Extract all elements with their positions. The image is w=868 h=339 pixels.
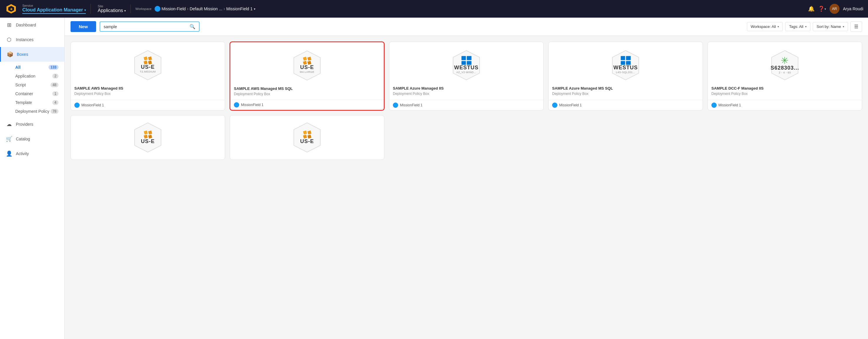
card-workspace: MissionField 1 (559, 103, 582, 107)
card-sublabel: T2.MEDIUM (140, 70, 156, 73)
windows-icon (461, 56, 471, 65)
card-title: SAMPLE Azure Managed MS SQL (552, 86, 699, 91)
avatar[interactable]: AR (830, 4, 839, 14)
card-location: WESTUS (454, 65, 478, 70)
subnav-container[interactable]: Container 1 (0, 89, 64, 98)
topnav-actions: 🔔 ❓ ▾ AR Arya Roudi (808, 4, 863, 14)
box-icon (303, 130, 311, 138)
sidebar-item-instances[interactable]: ⬡ Instances (0, 32, 64, 47)
sort-filter-caret: ▾ (843, 25, 844, 28)
subnav-application-count: 2 (52, 74, 59, 79)
card-workspace: MissionField 1 (82, 103, 104, 107)
service-dropdown-icon: ▾ (84, 8, 86, 12)
boxes-subnav: All 133 Application 2 Script 48 Containe… (0, 62, 64, 117)
sidebar-label-providers: Providers (16, 122, 33, 127)
service-label: Service (22, 4, 86, 7)
sidebar-item-providers[interactable]: ☁ Providers (0, 117, 64, 132)
card-location: WESTUS (613, 65, 638, 70)
card-title: SAMPLE DCC-F Managed IIS (711, 86, 858, 91)
sidebar: ⊞ Dashboard ⬡ Instances 📦 Boxes All 133 … (0, 18, 65, 339)
workspace-path: 🌐 Mission-Field › Default Mission ... › … (155, 6, 255, 12)
workspace-dropdown-icon: ▾ (254, 7, 255, 10)
site-dropdown-icon: ▾ (124, 9, 126, 12)
search-box: 🔍 (100, 22, 199, 32)
subnav-template-count: 4 (52, 100, 59, 105)
workspace-path-1[interactable]: Mission-Field (162, 6, 186, 11)
search-icon: 🔍 (189, 24, 195, 29)
card-workspace: MissionField 1 (400, 103, 423, 107)
card-card6[interactable]: US-E (70, 115, 225, 160)
subnav-application-label: Application (15, 74, 36, 79)
sort-filter-button[interactable]: Sort by: Name ▾ (813, 22, 848, 31)
subnav-all-count: 133 (49, 65, 59, 70)
sidebar-item-dashboard[interactable]: ⊞ Dashboard (0, 18, 64, 32)
card-subtitle: Deployment Policy Box (393, 92, 540, 96)
new-button[interactable]: New (70, 21, 96, 32)
subnav-application[interactable]: Application 2 (0, 72, 64, 81)
card-workspace-globe: 🌐 (234, 102, 239, 107)
top-navigation: ✦ Service Cloud Application Manager ▾ Si… (0, 0, 868, 18)
workspace-path-3: MissionField 1 (226, 6, 252, 11)
toolbar-right: Workspace: All ▾ Tags: All ▾ Sort by: Na… (747, 22, 862, 32)
activity-icon: 👤 (6, 150, 12, 157)
subnav-script[interactable]: Script 48 (0, 81, 64, 89)
box-icon (144, 56, 152, 64)
notifications-button[interactable]: 🔔 (808, 6, 814, 12)
card-grid: US-E T2.MEDIUM SAMPLE AWS Managed IIS De… (65, 36, 868, 339)
workspace-filter-button[interactable]: Workspace: All ▾ (747, 22, 783, 31)
site-label: Site (98, 4, 126, 8)
card-card2[interactable]: US-E M4.LARGE SAMPLE AWS Managed MS SQL … (230, 42, 384, 111)
workspace-path-2[interactable]: Default Mission ... (189, 6, 222, 11)
subnav-script-label: Script (15, 83, 26, 87)
service-selector[interactable]: Service Cloud Application Manager ▾ (18, 4, 91, 14)
view-menu-button[interactable]: ☰ (850, 22, 862, 32)
subnav-all[interactable]: All 133 (0, 63, 64, 72)
card-location: US-E (300, 65, 314, 70)
subnav-deployment[interactable]: Deployment Policy 78 (0, 107, 64, 116)
sidebar-label-dashboard: Dashboard (16, 23, 36, 27)
svg-text:✦: ✦ (10, 7, 13, 11)
workspace-filter-label: Workspace: All (751, 24, 776, 29)
card-workspace-globe: 🌐 (711, 102, 717, 108)
username: Arya Roudi (843, 6, 863, 11)
card-card5[interactable]: ✳ S628303... 2 - 4 - 60 SAMPLE DCC-F Man… (708, 42, 862, 111)
card-workspace-globe: 🌐 (74, 102, 80, 108)
app-logo[interactable]: ✦ (5, 3, 18, 14)
workspace-breadcrumb: Workspace 🌐 Mission-Field › Default Miss… (133, 6, 808, 12)
search-input[interactable] (104, 24, 187, 29)
sidebar-item-boxes[interactable]: 📦 Boxes (0, 47, 64, 62)
card-location: S628303... (770, 65, 799, 70)
instances-icon: ⬡ (6, 36, 12, 43)
help-button[interactable]: ❓ ▾ (818, 6, 826, 12)
subnav-deployment-count: 78 (51, 109, 59, 114)
sidebar-label-catalog: Catalog (16, 136, 30, 141)
sidebar-item-catalog[interactable]: 🛒 Catalog (0, 132, 64, 146)
card-location: US-E (300, 138, 314, 144)
card-subtitle: Deployment Policy Box (552, 92, 699, 96)
catalog-icon: 🛒 (6, 136, 12, 142)
site-selector[interactable]: Site Applications ▾ (93, 4, 131, 13)
card-card3[interactable]: WESTUS A2_V2-WIND... SAMPLE Azure Manage… (389, 42, 544, 111)
sunburst-icon: ✳ (781, 56, 789, 65)
card-workspace-globe: 🌐 (552, 102, 557, 108)
breadcrumb-sep-2: › (224, 6, 225, 11)
card-title: SAMPLE AWS Managed IIS (74, 86, 221, 91)
app-body: ⊞ Dashboard ⬡ Instances 📦 Boxes All 133 … (0, 18, 868, 339)
toolbar: New 🔍 Workspace: All ▾ Tags: All ▾ Sort … (65, 18, 868, 36)
card-subtitle: Deployment Policy Box (711, 92, 858, 96)
card-card1[interactable]: US-E T2.MEDIUM SAMPLE AWS Managed IIS De… (70, 42, 225, 111)
subnav-template-label: Template (15, 100, 32, 105)
card-sublabel: A2_V2-WIND... (456, 71, 476, 74)
workspace-path-3-wrap[interactable]: MissionField 1 ▾ (226, 6, 255, 11)
box-icon (144, 130, 152, 138)
sidebar-item-activity[interactable]: 👤 Activity (0, 146, 64, 161)
subnav-template[interactable]: Template 4 (0, 98, 64, 107)
sidebar-label-boxes: Boxes (17, 52, 28, 57)
subnav-container-count: 1 (52, 91, 59, 96)
card-sublabel: 2 - 4 - 60 (779, 71, 791, 74)
tags-filter-button[interactable]: Tags: All ▾ (785, 22, 810, 31)
workspace-filter-caret: ▾ (777, 25, 779, 28)
card-card4[interactable]: WESTUS L4S-SQL201... SAMPLE Azure Manage… (548, 42, 703, 111)
card-card7[interactable]: US-E (230, 115, 384, 160)
service-name: Cloud Application Manager ▾ (22, 7, 86, 12)
